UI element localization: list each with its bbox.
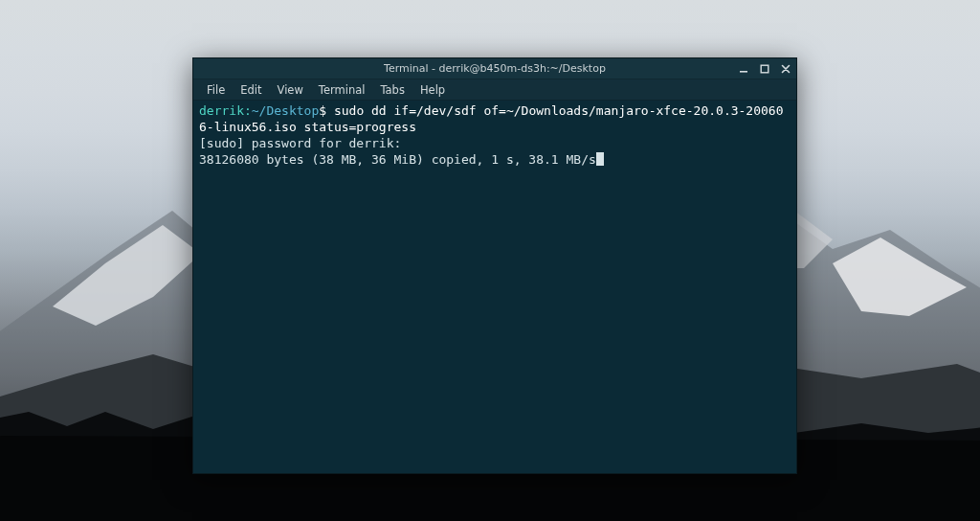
svg-rect-1: [761, 65, 768, 73]
terminal-body[interactable]: derrik:~/Desktop$ sudo dd if=/dev/sdf of…: [193, 101, 796, 473]
menu-view[interactable]: View: [272, 81, 309, 99]
prompt-user: derrik:: [199, 103, 252, 118]
window-controls: [737, 58, 792, 79]
output-line-1: [sudo] password for derrik:: [199, 136, 401, 150]
close-button[interactable]: [779, 62, 792, 76]
prompt-suffix: $: [319, 103, 334, 118]
output-line-2: 38126080 bytes (38 MB, 36 MiB) copied, 1…: [199, 152, 596, 167]
window-titlebar[interactable]: Terminal - derrik@b450m-ds3h:~/Desktop: [193, 58, 796, 79]
terminal-window: Terminal - derrik@b450m-ds3h:~/Desktop F…: [192, 57, 797, 474]
menu-file[interactable]: File: [201, 81, 231, 99]
menu-tabs[interactable]: Tabs: [374, 81, 410, 99]
menu-edit[interactable]: Edit: [234, 81, 267, 99]
menubar: File Edit View Terminal Tabs Help: [193, 79, 796, 101]
minimize-button[interactable]: [737, 62, 750, 76]
menu-terminal[interactable]: Terminal: [313, 81, 371, 99]
prompt-path: ~/Desktop: [252, 103, 319, 118]
menu-help[interactable]: Help: [414, 81, 451, 99]
maximize-button[interactable]: [758, 62, 771, 76]
window-title: Terminal - derrik@b450m-ds3h:~/Desktop: [384, 62, 606, 75]
cursor-block: [596, 152, 604, 166]
svg-rect-0: [740, 71, 747, 73]
